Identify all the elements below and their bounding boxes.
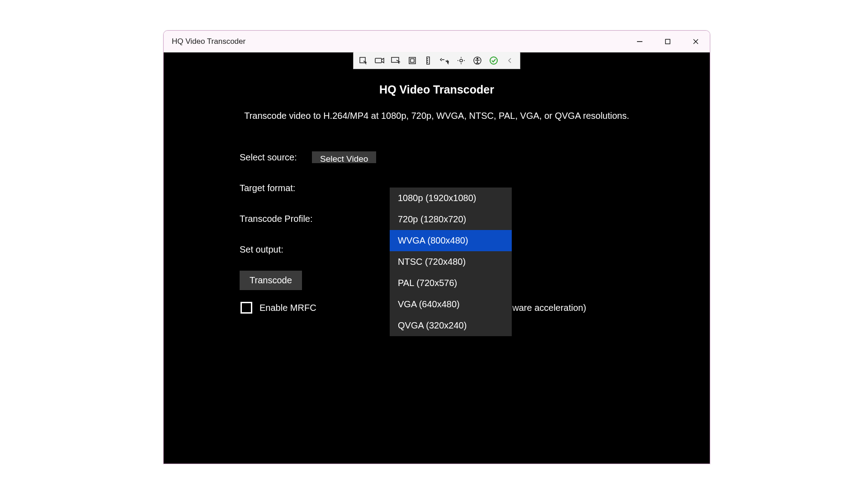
window-title: HQ Video Transcoder [172,37,626,46]
dropdown-option-wvga[interactable]: WVGA (800x480) [390,230,512,251]
title-bar[interactable]: HQ Video Transcoder [164,31,710,52]
minimize-button[interactable] [626,31,654,52]
dropdown-option-ntsc[interactable]: NTSC (720x480) [390,251,512,272]
tool-target-icon[interactable] [453,54,469,67]
app-body: HQ Video Transcoder Transcode video to H… [164,52,710,464]
dropdown-option-vga[interactable]: VGA (640x480) [390,294,512,315]
dropdown-option-pal[interactable]: PAL (720x576) [390,272,512,294]
tool-ruler-icon[interactable] [420,54,437,67]
window-controls [626,31,710,52]
dropdown-option-qvga[interactable]: QVGA (320x240) [390,315,512,336]
tool-camera-icon[interactable] [372,54,388,67]
svg-point-16 [490,57,497,64]
svg-rect-6 [392,57,399,62]
app-subtitle: Transcode video to H.264/MP4 at 1080p, 7… [164,111,710,121]
row-select-source: Select source: Select Video [240,148,710,166]
label-target-format: Target format: [240,183,312,193]
tool-layout-icon[interactable] [404,54,420,67]
svg-rect-4 [360,57,365,63]
svg-rect-5 [375,58,382,63]
app-window: HQ Video Transcoder [163,30,710,464]
svg-rect-7 [409,57,415,64]
select-video-button[interactable]: Select Video [312,151,376,163]
svg-point-15 [477,58,478,59]
content-area: HQ Video Transcoder Transcode video to H… [164,52,710,314]
tool-collapse-icon[interactable] [502,54,518,67]
svg-rect-1 [665,39,670,44]
close-button[interactable] [682,31,710,52]
form-area: Select source: Select Video Target forma… [240,148,710,314]
label-select-source: Select source: [240,152,312,163]
label-transcode-profile: Transcode Profile: [240,214,314,224]
debug-toolbar [353,52,520,69]
tool-cursor-display-icon[interactable] [388,54,404,67]
transcode-button[interactable]: Transcode [240,271,302,290]
tool-check-icon[interactable] [486,54,502,67]
label-set-output: Set output: [240,244,312,255]
dropdown-option-720p[interactable]: 720p (1280x720) [390,209,512,230]
dropdown-option-1080p[interactable]: 1080p (868x488) [390,188,512,209]
tool-select-element-icon[interactable] [355,54,372,67]
svg-point-13 [460,59,462,62]
svg-rect-8 [410,59,414,62]
app-heading: HQ Video Transcoder [164,83,710,96]
mrfc-checkbox[interactable] [241,302,252,314]
tool-arrows-icon[interactable] [437,54,453,67]
tool-accessibility-icon[interactable] [469,54,486,67]
maximize-button[interactable] [654,31,682,52]
profile-dropdown[interactable]: 1080p (868x488) 720p (1280x720) WVGA (… [390,188,512,336]
mrfc-label-left: Enable MRFC [259,303,316,313]
